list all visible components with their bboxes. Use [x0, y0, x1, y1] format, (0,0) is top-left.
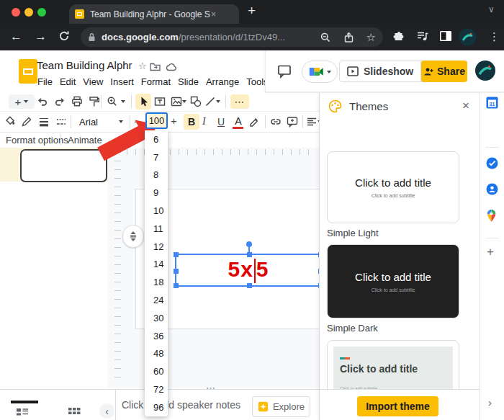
font-size-option[interactable]: 72 — [145, 380, 168, 398]
collapse-rail-icon[interactable]: › — [488, 396, 492, 408]
new-tab-button[interactable]: + — [248, 3, 256, 19]
menu-item[interactable]: Slide — [174, 75, 202, 89]
fill-color-icon[interactable] — [4, 115, 17, 128]
tab-close-icon[interactable]: × — [211, 9, 216, 19]
star-document-icon[interactable]: ☆ — [138, 61, 147, 71]
border-color-icon[interactable] — [20, 115, 33, 128]
media-playlist-icon[interactable] — [416, 30, 429, 45]
insert-link-icon[interactable] — [269, 115, 282, 128]
menu-item[interactable]: Edit — [56, 75, 79, 89]
format-options-button[interactable]: Format options — [6, 135, 68, 146]
select-tool-button[interactable] — [135, 94, 151, 110]
forward-icon[interactable]: → — [35, 30, 47, 43]
grid-view-icon[interactable] — [68, 407, 81, 420]
filmstrip-view-icon[interactable] — [16, 407, 29, 420]
align-icon[interactable] — [305, 115, 318, 128]
maps-icon[interactable] — [486, 209, 497, 225]
image-caret[interactable] — [182, 100, 186, 103]
font-size-option[interactable]: 9 — [145, 184, 168, 202]
font-size-option[interactable]: 12 — [145, 238, 168, 256]
undo-icon[interactable] — [36, 95, 49, 108]
move-folder-icon[interactable] — [150, 61, 161, 74]
redo-icon[interactable] — [53, 95, 66, 108]
textbox-resize-handle[interactable] — [247, 283, 252, 288]
share-button[interactable]: Share — [421, 61, 467, 82]
new-slide-button[interactable]: + — [9, 94, 35, 109]
theme-card-simple-dark[interactable]: Click to add title Click to add subtitle — [327, 244, 459, 318]
close-themes-icon[interactable]: × — [462, 99, 469, 113]
bookmark-star-icon[interactable]: ☆ — [366, 32, 376, 43]
side-panel-icon[interactable] — [439, 30, 452, 45]
font-size-option[interactable]: 11 — [145, 220, 168, 238]
zoom-out-page-icon[interactable] — [320, 32, 331, 43]
underline-button[interactable]: U — [217, 116, 225, 128]
back-icon[interactable]: ← — [10, 30, 22, 43]
print-icon[interactable] — [71, 95, 84, 108]
more-toolbar-button[interactable]: ⋯ — [230, 94, 249, 109]
paint-format-icon[interactable] — [88, 95, 101, 108]
text-color-button[interactable]: A — [233, 115, 243, 127]
text-box[interactable]: 5x5 — [175, 254, 322, 287]
font-size-option[interactable]: 14 — [145, 256, 168, 274]
font-size-input[interactable]: 100 — [145, 112, 168, 129]
font-size-option[interactable]: 36 — [145, 327, 168, 345]
zoom-icon[interactable] — [106, 95, 119, 108]
browser-tab[interactable]: Team Building Alphr - Google S × — [69, 4, 239, 24]
menu-item[interactable]: File — [34, 75, 56, 89]
menu-item[interactable]: Arrange — [202, 75, 243, 89]
menu-item[interactable]: Insert — [107, 75, 138, 89]
font-size-option[interactable]: 48 — [145, 345, 168, 363]
calendar-icon[interactable]: 31 — [486, 97, 498, 112]
zoom-window-button[interactable] — [37, 8, 46, 17]
font-size-option[interactable]: 10 — [145, 202, 168, 220]
menu-item[interactable]: View — [79, 75, 107, 89]
theme-card-simple-light[interactable]: Click to add title Click to add subtitle — [327, 151, 459, 223]
browser-menu-kebab-icon[interactable]: ⋮ — [489, 31, 500, 42]
comment-history-icon[interactable] — [277, 64, 292, 81]
rotate-handle[interactable] — [246, 241, 252, 247]
menu-item[interactable]: Format — [138, 75, 174, 89]
slide-canvas[interactable]: 5x5 ⋯ — [108, 148, 319, 389]
insert-line-icon[interactable] — [204, 95, 217, 108]
font-size-option[interactable]: 60 — [145, 362, 168, 380]
add-app-icon[interactable]: + — [487, 245, 494, 259]
text-box-icon[interactable] — [153, 95, 166, 108]
zoom-caret[interactable] — [121, 100, 125, 103]
bold-button[interactable]: B — [184, 114, 199, 130]
font-size-option[interactable]: 6 — [145, 130, 168, 148]
url-bar[interactable]: docs.google.com/presentation/d/1tzDv49..… — [81, 27, 383, 47]
textbox-resize-handle[interactable] — [247, 252, 252, 257]
extensions-puzzle-icon[interactable] — [393, 30, 405, 45]
browser-profile-avatar[interactable] — [459, 28, 477, 49]
add-comment-icon[interactable] — [286, 115, 299, 128]
account-avatar[interactable] — [474, 60, 496, 84]
insert-image-icon[interactable] — [170, 95, 183, 108]
border-dash-icon[interactable] — [55, 115, 68, 128]
textbox-resize-handle[interactable] — [174, 252, 179, 257]
tasks-icon[interactable] — [486, 157, 498, 172]
speaker-notes-placeholder[interactable]: Click to add speaker notes — [122, 399, 240, 411]
close-window-button[interactable] — [12, 8, 20, 17]
line-caret[interactable] — [216, 100, 220, 103]
font-size-option[interactable]: 8 — [145, 166, 168, 184]
contacts-icon[interactable] — [486, 183, 498, 198]
document-title[interactable]: Team Building Alphr — [37, 59, 132, 71]
textbox-resize-handle[interactable] — [174, 283, 179, 288]
filmstrip-scrollbar[interactable] — [11, 401, 38, 403]
textbox-resize-handle[interactable] — [174, 269, 179, 274]
meet-button[interactable] — [302, 61, 338, 83]
reload-icon[interactable] — [58, 30, 71, 45]
italic-button[interactable]: I — [202, 116, 206, 128]
font-size-option[interactable]: 30 — [145, 309, 168, 327]
import-theme-button[interactable]: Import theme — [357, 396, 438, 416]
font-size-option[interactable]: 7 — [145, 148, 168, 166]
minimize-window-button[interactable] — [24, 8, 33, 17]
font-size-option[interactable]: 96 — [145, 398, 168, 416]
increase-font-size-button[interactable]: + — [171, 115, 177, 127]
font-size-option[interactable]: 24 — [145, 291, 168, 309]
tab-overview-chevron-icon[interactable]: ∨ — [488, 4, 495, 14]
font-size-option[interactable]: 18 — [145, 273, 168, 291]
share-page-icon[interactable] — [343, 32, 354, 43]
collapse-filmstrip-icon[interactable]: ‹ — [99, 403, 114, 419]
border-weight-icon[interactable] — [37, 115, 50, 128]
